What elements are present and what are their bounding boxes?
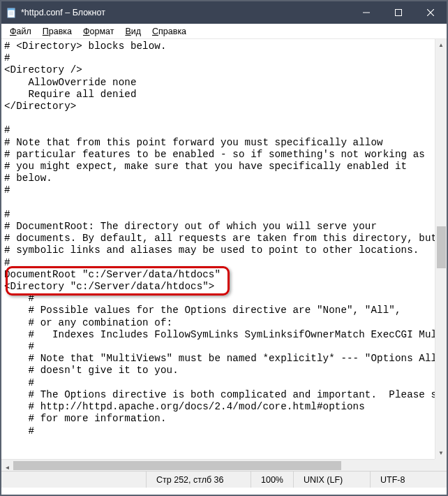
editor-container: # <Directory> blocks below. # <Directory… bbox=[1, 39, 447, 471]
window-title: *httpd.conf – Блокнот bbox=[21, 8, 350, 17]
horizontal-scrollbar[interactable]: ◄ ► bbox=[1, 459, 435, 471]
svg-rect-1 bbox=[8, 8, 15, 10]
scroll-left-icon[interactable]: ◄ bbox=[1, 462, 13, 471]
menu-file[interactable]: Файл bbox=[4, 25, 37, 38]
svg-rect-6 bbox=[396, 10, 402, 16]
menu-format[interactable]: Формат bbox=[77, 25, 119, 38]
status-cursor-position: Стр 252, стлб 36 bbox=[146, 472, 251, 488]
status-encoding: UTF-8 bbox=[370, 472, 447, 488]
menubar: Файл Правка Формат Вид Справка bbox=[1, 24, 447, 39]
menu-view[interactable]: Вид bbox=[119, 25, 147, 38]
scroll-up-icon[interactable]: ▲ bbox=[435, 39, 447, 51]
scroll-thumb-vertical[interactable] bbox=[437, 226, 446, 268]
scroll-thumb-horizontal[interactable] bbox=[13, 461, 341, 470]
menu-edit[interactable]: Правка bbox=[37, 25, 77, 38]
close-button[interactable] bbox=[415, 1, 447, 24]
vertical-scrollbar[interactable]: ▲ ▼ bbox=[435, 39, 447, 459]
scroll-down-icon[interactable]: ▼ bbox=[435, 447, 447, 459]
window-controls bbox=[350, 1, 447, 24]
text-editor[interactable]: # <Directory> blocks below. # <Directory… bbox=[1, 39, 447, 439]
minimize-button[interactable] bbox=[350, 1, 382, 24]
menu-help[interactable]: Справка bbox=[147, 25, 192, 38]
status-zoom: 100% bbox=[251, 472, 293, 488]
notepad-icon bbox=[6, 7, 17, 18]
titlebar: *httpd.conf – Блокнот bbox=[1, 1, 447, 24]
status-line-ending: UNIX (LF) bbox=[293, 472, 370, 488]
maximize-button[interactable] bbox=[382, 1, 415, 24]
scroll-corner bbox=[435, 459, 447, 471]
statusbar: Стр 252, стлб 36 100% UNIX (LF) UTF-8 bbox=[1, 471, 447, 488]
